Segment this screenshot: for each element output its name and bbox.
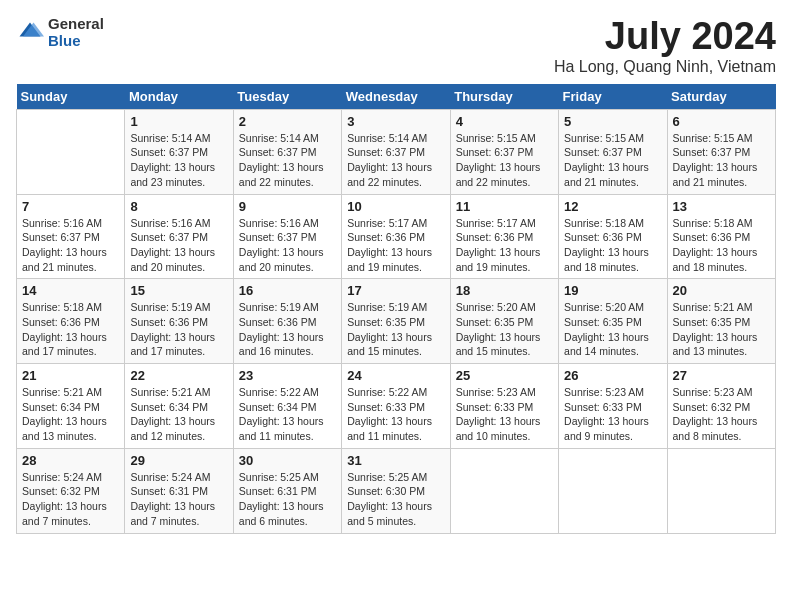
calendar-cell: 29Sunrise: 5:24 AM Sunset: 6:31 PM Dayli… [125,448,233,533]
day-number: 30 [239,453,336,468]
day-number: 19 [564,283,661,298]
day-info: Sunrise: 5:16 AM Sunset: 6:37 PM Dayligh… [239,216,336,275]
calendar-cell: 1Sunrise: 5:14 AM Sunset: 6:37 PM Daylig… [125,109,233,194]
day-info: Sunrise: 5:16 AM Sunset: 6:37 PM Dayligh… [130,216,227,275]
calendar-cell: 27Sunrise: 5:23 AM Sunset: 6:32 PM Dayli… [667,364,775,449]
weekday-header-saturday: Saturday [667,84,775,110]
day-number: 26 [564,368,661,383]
calendar-cell: 14Sunrise: 5:18 AM Sunset: 6:36 PM Dayli… [17,279,125,364]
calendar-cell: 18Sunrise: 5:20 AM Sunset: 6:35 PM Dayli… [450,279,558,364]
weekday-header-friday: Friday [559,84,667,110]
day-number: 4 [456,114,553,129]
day-number: 7 [22,199,119,214]
calendar-cell: 15Sunrise: 5:19 AM Sunset: 6:36 PM Dayli… [125,279,233,364]
calendar-week-row: 1Sunrise: 5:14 AM Sunset: 6:37 PM Daylig… [17,109,776,194]
day-info: Sunrise: 5:23 AM Sunset: 6:32 PM Dayligh… [673,385,770,444]
day-info: Sunrise: 5:15 AM Sunset: 6:37 PM Dayligh… [564,131,661,190]
calendar-cell: 4Sunrise: 5:15 AM Sunset: 6:37 PM Daylig… [450,109,558,194]
calendar-cell: 11Sunrise: 5:17 AM Sunset: 6:36 PM Dayli… [450,194,558,279]
day-info: Sunrise: 5:22 AM Sunset: 6:33 PM Dayligh… [347,385,444,444]
day-number: 10 [347,199,444,214]
calendar-cell: 31Sunrise: 5:25 AM Sunset: 6:30 PM Dayli… [342,448,450,533]
weekday-header-sunday: Sunday [17,84,125,110]
day-info: Sunrise: 5:18 AM Sunset: 6:36 PM Dayligh… [564,216,661,275]
day-info: Sunrise: 5:20 AM Sunset: 6:35 PM Dayligh… [564,300,661,359]
day-info: Sunrise: 5:21 AM Sunset: 6:35 PM Dayligh… [673,300,770,359]
calendar-cell: 25Sunrise: 5:23 AM Sunset: 6:33 PM Dayli… [450,364,558,449]
calendar-cell: 20Sunrise: 5:21 AM Sunset: 6:35 PM Dayli… [667,279,775,364]
day-number: 11 [456,199,553,214]
day-info: Sunrise: 5:21 AM Sunset: 6:34 PM Dayligh… [130,385,227,444]
day-number: 21 [22,368,119,383]
calendar-cell: 19Sunrise: 5:20 AM Sunset: 6:35 PM Dayli… [559,279,667,364]
day-info: Sunrise: 5:16 AM Sunset: 6:37 PM Dayligh… [22,216,119,275]
day-info: Sunrise: 5:24 AM Sunset: 6:32 PM Dayligh… [22,470,119,529]
calendar-cell: 28Sunrise: 5:24 AM Sunset: 6:32 PM Dayli… [17,448,125,533]
day-info: Sunrise: 5:23 AM Sunset: 6:33 PM Dayligh… [456,385,553,444]
day-number: 28 [22,453,119,468]
calendar-cell: 17Sunrise: 5:19 AM Sunset: 6:35 PM Dayli… [342,279,450,364]
logo: General Blue [16,16,104,49]
day-number: 27 [673,368,770,383]
day-info: Sunrise: 5:18 AM Sunset: 6:36 PM Dayligh… [673,216,770,275]
day-number: 25 [456,368,553,383]
calendar-header: SundayMondayTuesdayWednesdayThursdayFrid… [17,84,776,110]
day-info: Sunrise: 5:15 AM Sunset: 6:37 PM Dayligh… [456,131,553,190]
day-info: Sunrise: 5:22 AM Sunset: 6:34 PM Dayligh… [239,385,336,444]
day-number: 22 [130,368,227,383]
weekday-row: SundayMondayTuesdayWednesdayThursdayFrid… [17,84,776,110]
day-info: Sunrise: 5:20 AM Sunset: 6:35 PM Dayligh… [456,300,553,359]
calendar-cell: 16Sunrise: 5:19 AM Sunset: 6:36 PM Dayli… [233,279,341,364]
calendar-cell [450,448,558,533]
calendar-cell: 13Sunrise: 5:18 AM Sunset: 6:36 PM Dayli… [667,194,775,279]
calendar-cell: 24Sunrise: 5:22 AM Sunset: 6:33 PM Dayli… [342,364,450,449]
weekday-header-wednesday: Wednesday [342,84,450,110]
day-number: 9 [239,199,336,214]
day-info: Sunrise: 5:18 AM Sunset: 6:36 PM Dayligh… [22,300,119,359]
day-number: 8 [130,199,227,214]
calendar-cell: 23Sunrise: 5:22 AM Sunset: 6:34 PM Dayli… [233,364,341,449]
day-number: 20 [673,283,770,298]
logo-blue-text: Blue [48,33,104,50]
calendar-week-row: 14Sunrise: 5:18 AM Sunset: 6:36 PM Dayli… [17,279,776,364]
calendar-cell [667,448,775,533]
calendar-body: 1Sunrise: 5:14 AM Sunset: 6:37 PM Daylig… [17,109,776,533]
day-info: Sunrise: 5:14 AM Sunset: 6:37 PM Dayligh… [239,131,336,190]
calendar-week-row: 7Sunrise: 5:16 AM Sunset: 6:37 PM Daylig… [17,194,776,279]
day-number: 24 [347,368,444,383]
day-number: 14 [22,283,119,298]
day-number: 15 [130,283,227,298]
day-info: Sunrise: 5:24 AM Sunset: 6:31 PM Dayligh… [130,470,227,529]
day-number: 18 [456,283,553,298]
calendar-cell: 8Sunrise: 5:16 AM Sunset: 6:37 PM Daylig… [125,194,233,279]
day-number: 23 [239,368,336,383]
calendar-cell: 21Sunrise: 5:21 AM Sunset: 6:34 PM Dayli… [17,364,125,449]
day-number: 1 [130,114,227,129]
day-info: Sunrise: 5:19 AM Sunset: 6:36 PM Dayligh… [130,300,227,359]
calendar-cell: 5Sunrise: 5:15 AM Sunset: 6:37 PM Daylig… [559,109,667,194]
day-number: 5 [564,114,661,129]
day-info: Sunrise: 5:14 AM Sunset: 6:37 PM Dayligh… [130,131,227,190]
calendar-cell: 22Sunrise: 5:21 AM Sunset: 6:34 PM Dayli… [125,364,233,449]
calendar-cell: 9Sunrise: 5:16 AM Sunset: 6:37 PM Daylig… [233,194,341,279]
weekday-header-monday: Monday [125,84,233,110]
calendar-table: SundayMondayTuesdayWednesdayThursdayFrid… [16,84,776,534]
calendar-cell: 12Sunrise: 5:18 AM Sunset: 6:36 PM Dayli… [559,194,667,279]
day-info: Sunrise: 5:15 AM Sunset: 6:37 PM Dayligh… [673,131,770,190]
calendar-cell [17,109,125,194]
weekday-header-thursday: Thursday [450,84,558,110]
calendar-cell: 26Sunrise: 5:23 AM Sunset: 6:33 PM Dayli… [559,364,667,449]
calendar-week-row: 28Sunrise: 5:24 AM Sunset: 6:32 PM Dayli… [17,448,776,533]
day-number: 2 [239,114,336,129]
calendar-cell: 7Sunrise: 5:16 AM Sunset: 6:37 PM Daylig… [17,194,125,279]
day-number: 13 [673,199,770,214]
calendar-cell: 30Sunrise: 5:25 AM Sunset: 6:31 PM Dayli… [233,448,341,533]
calendar-cell: 10Sunrise: 5:17 AM Sunset: 6:36 PM Dayli… [342,194,450,279]
calendar-cell: 3Sunrise: 5:14 AM Sunset: 6:37 PM Daylig… [342,109,450,194]
day-info: Sunrise: 5:23 AM Sunset: 6:33 PM Dayligh… [564,385,661,444]
calendar-cell: 6Sunrise: 5:15 AM Sunset: 6:37 PM Daylig… [667,109,775,194]
calendar-cell [559,448,667,533]
day-info: Sunrise: 5:17 AM Sunset: 6:36 PM Dayligh… [456,216,553,275]
day-number: 6 [673,114,770,129]
day-number: 3 [347,114,444,129]
